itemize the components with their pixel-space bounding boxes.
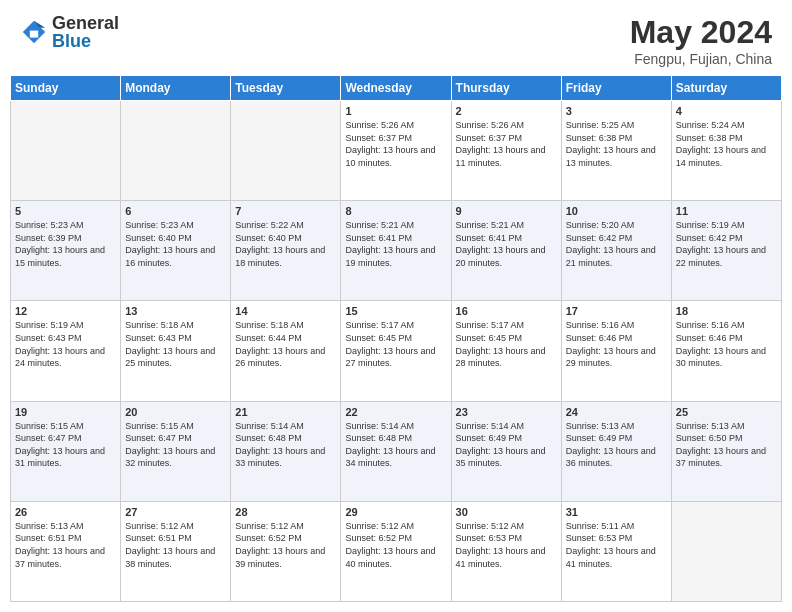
week-row-4: 19Sunrise: 5:15 AM Sunset: 6:47 PM Dayli… [11,401,782,501]
day-number: 7 [235,205,336,217]
day-cell-1: 1Sunrise: 5:26 AM Sunset: 6:37 PM Daylig… [341,101,451,201]
calendar-header-row: SundayMondayTuesdayWednesdayThursdayFrid… [11,76,782,101]
day-info: Sunrise: 5:16 AM Sunset: 6:46 PM Dayligh… [566,319,667,369]
logo-text: General Blue [52,14,119,50]
empty-cell [231,101,341,201]
day-number: 31 [566,506,667,518]
col-header-friday: Friday [561,76,671,101]
day-info: Sunrise: 5:14 AM Sunset: 6:48 PM Dayligh… [345,420,446,470]
day-number: 6 [125,205,226,217]
week-row-5: 26Sunrise: 5:13 AM Sunset: 6:51 PM Dayli… [11,501,782,601]
day-number: 3 [566,105,667,117]
day-cell-2: 2Sunrise: 5:26 AM Sunset: 6:37 PM Daylig… [451,101,561,201]
day-cell-9: 9Sunrise: 5:21 AM Sunset: 6:41 PM Daylig… [451,201,561,301]
day-number: 30 [456,506,557,518]
day-number: 15 [345,305,446,317]
day-number: 23 [456,406,557,418]
day-info: Sunrise: 5:26 AM Sunset: 6:37 PM Dayligh… [345,119,446,169]
day-cell-21: 21Sunrise: 5:14 AM Sunset: 6:48 PM Dayli… [231,401,341,501]
day-number: 14 [235,305,336,317]
day-number: 4 [676,105,777,117]
day-info: Sunrise: 5:12 AM Sunset: 6:51 PM Dayligh… [125,520,226,570]
day-number: 19 [15,406,116,418]
day-number: 13 [125,305,226,317]
day-cell-10: 10Sunrise: 5:20 AM Sunset: 6:42 PM Dayli… [561,201,671,301]
day-cell-23: 23Sunrise: 5:14 AM Sunset: 6:49 PM Dayli… [451,401,561,501]
day-number: 24 [566,406,667,418]
logo-general: General [52,14,119,32]
day-number: 22 [345,406,446,418]
day-cell-19: 19Sunrise: 5:15 AM Sunset: 6:47 PM Dayli… [11,401,121,501]
day-info: Sunrise: 5:18 AM Sunset: 6:43 PM Dayligh… [125,319,226,369]
col-header-tuesday: Tuesday [231,76,341,101]
day-cell-15: 15Sunrise: 5:17 AM Sunset: 6:45 PM Dayli… [341,301,451,401]
day-cell-22: 22Sunrise: 5:14 AM Sunset: 6:48 PM Dayli… [341,401,451,501]
day-cell-4: 4Sunrise: 5:24 AM Sunset: 6:38 PM Daylig… [671,101,781,201]
day-cell-24: 24Sunrise: 5:13 AM Sunset: 6:49 PM Dayli… [561,401,671,501]
day-info: Sunrise: 5:19 AM Sunset: 6:42 PM Dayligh… [676,219,777,269]
logo-icon [20,18,48,46]
empty-cell [121,101,231,201]
header: General Blue May 2024 Fengpu, Fujian, Ch… [0,0,792,75]
empty-cell [671,501,781,601]
week-row-2: 5Sunrise: 5:23 AM Sunset: 6:39 PM Daylig… [11,201,782,301]
day-number: 18 [676,305,777,317]
empty-cell [11,101,121,201]
col-header-thursday: Thursday [451,76,561,101]
day-info: Sunrise: 5:15 AM Sunset: 6:47 PM Dayligh… [15,420,116,470]
day-cell-25: 25Sunrise: 5:13 AM Sunset: 6:50 PM Dayli… [671,401,781,501]
day-info: Sunrise: 5:14 AM Sunset: 6:48 PM Dayligh… [235,420,336,470]
day-number: 1 [345,105,446,117]
day-info: Sunrise: 5:17 AM Sunset: 6:45 PM Dayligh… [456,319,557,369]
day-number: 20 [125,406,226,418]
day-info: Sunrise: 5:21 AM Sunset: 6:41 PM Dayligh… [456,219,557,269]
month-title: May 2024 [630,14,772,51]
col-header-sunday: Sunday [11,76,121,101]
calendar-table: SundayMondayTuesdayWednesdayThursdayFrid… [10,75,782,602]
day-number: 11 [676,205,777,217]
svg-rect-2 [30,31,38,38]
day-info: Sunrise: 5:18 AM Sunset: 6:44 PM Dayligh… [235,319,336,369]
day-cell-8: 8Sunrise: 5:21 AM Sunset: 6:41 PM Daylig… [341,201,451,301]
day-info: Sunrise: 5:19 AM Sunset: 6:43 PM Dayligh… [15,319,116,369]
day-number: 28 [235,506,336,518]
day-info: Sunrise: 5:12 AM Sunset: 6:52 PM Dayligh… [235,520,336,570]
page: General Blue May 2024 Fengpu, Fujian, Ch… [0,0,792,612]
day-info: Sunrise: 5:22 AM Sunset: 6:40 PM Dayligh… [235,219,336,269]
day-info: Sunrise: 5:20 AM Sunset: 6:42 PM Dayligh… [566,219,667,269]
day-info: Sunrise: 5:13 AM Sunset: 6:49 PM Dayligh… [566,420,667,470]
day-info: Sunrise: 5:12 AM Sunset: 6:53 PM Dayligh… [456,520,557,570]
day-number: 10 [566,205,667,217]
day-cell-27: 27Sunrise: 5:12 AM Sunset: 6:51 PM Dayli… [121,501,231,601]
col-header-wednesday: Wednesday [341,76,451,101]
day-info: Sunrise: 5:25 AM Sunset: 6:38 PM Dayligh… [566,119,667,169]
day-cell-12: 12Sunrise: 5:19 AM Sunset: 6:43 PM Dayli… [11,301,121,401]
day-number: 25 [676,406,777,418]
day-info: Sunrise: 5:13 AM Sunset: 6:50 PM Dayligh… [676,420,777,470]
day-cell-20: 20Sunrise: 5:15 AM Sunset: 6:47 PM Dayli… [121,401,231,501]
day-info: Sunrise: 5:23 AM Sunset: 6:39 PM Dayligh… [15,219,116,269]
week-row-1: 1Sunrise: 5:26 AM Sunset: 6:37 PM Daylig… [11,101,782,201]
day-number: 9 [456,205,557,217]
day-cell-18: 18Sunrise: 5:16 AM Sunset: 6:46 PM Dayli… [671,301,781,401]
day-cell-6: 6Sunrise: 5:23 AM Sunset: 6:40 PM Daylig… [121,201,231,301]
day-info: Sunrise: 5:21 AM Sunset: 6:41 PM Dayligh… [345,219,446,269]
day-number: 21 [235,406,336,418]
day-cell-29: 29Sunrise: 5:12 AM Sunset: 6:52 PM Dayli… [341,501,451,601]
day-cell-14: 14Sunrise: 5:18 AM Sunset: 6:44 PM Dayli… [231,301,341,401]
day-cell-28: 28Sunrise: 5:12 AM Sunset: 6:52 PM Dayli… [231,501,341,601]
day-number: 27 [125,506,226,518]
day-info: Sunrise: 5:26 AM Sunset: 6:37 PM Dayligh… [456,119,557,169]
day-number: 2 [456,105,557,117]
day-info: Sunrise: 5:23 AM Sunset: 6:40 PM Dayligh… [125,219,226,269]
location: Fengpu, Fujian, China [630,51,772,67]
day-cell-31: 31Sunrise: 5:11 AM Sunset: 6:53 PM Dayli… [561,501,671,601]
day-info: Sunrise: 5:17 AM Sunset: 6:45 PM Dayligh… [345,319,446,369]
day-number: 8 [345,205,446,217]
day-info: Sunrise: 5:12 AM Sunset: 6:52 PM Dayligh… [345,520,446,570]
day-info: Sunrise: 5:13 AM Sunset: 6:51 PM Dayligh… [15,520,116,570]
col-header-monday: Monday [121,76,231,101]
day-cell-17: 17Sunrise: 5:16 AM Sunset: 6:46 PM Dayli… [561,301,671,401]
title-block: May 2024 Fengpu, Fujian, China [630,14,772,67]
day-number: 16 [456,305,557,317]
